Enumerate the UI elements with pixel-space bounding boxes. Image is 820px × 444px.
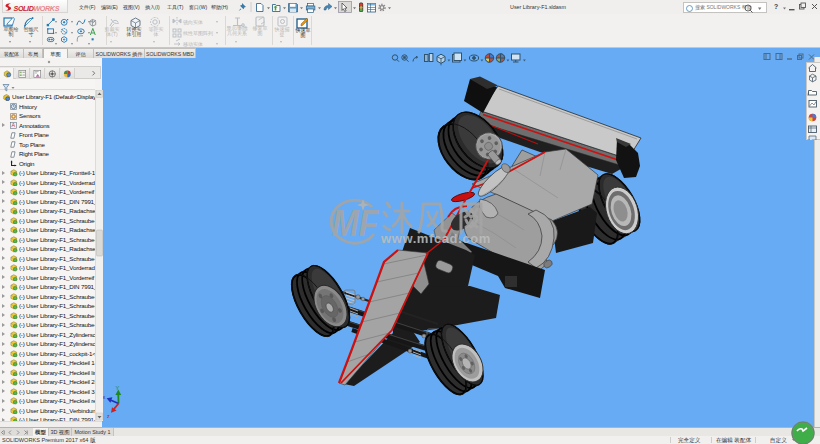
svg-text:MF: MF: [332, 203, 379, 243]
svg-text:www.mfcad.com: www.mfcad.com: [380, 231, 491, 246]
svg-text:A: A: [12, 122, 16, 128]
svg-text:SOLIDWORKS: SOLIDWORKS: [14, 4, 60, 13]
svg-text:z: z: [107, 413, 110, 419]
svg-text:Y: Y: [116, 385, 120, 391]
